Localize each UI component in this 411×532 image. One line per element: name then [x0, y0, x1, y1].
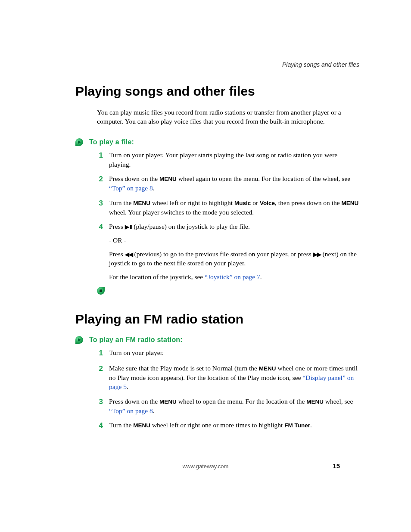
ui-label-menu: MENU [133, 422, 150, 429]
step-number: 2 [97, 174, 103, 193]
step-number: 3 [97, 397, 103, 416]
step-item: 1 Turn on your player. [97, 348, 359, 358]
running-head: Playing songs and other files [282, 61, 359, 68]
step-text: Press down on the MENU wheel to open the… [109, 397, 359, 416]
ui-label-menu: MENU [159, 398, 177, 405]
step-number: 2 [97, 364, 103, 392]
step-number: 4 [97, 222, 103, 281]
page-number: 15 [333, 462, 340, 470]
next-icon: ▶▶ [313, 251, 321, 258]
ui-label-menu: MENU [342, 200, 359, 206]
xref-joystick-page7[interactable]: “Joystick” on page 7 [205, 273, 260, 280]
ui-label-fm-tuner: FM Tuner [284, 422, 310, 429]
section-title-playing-songs: Playing songs and other files [75, 84, 359, 99]
ui-label-menu: MENU [159, 176, 177, 182]
ui-label-menu: MENU [259, 365, 276, 372]
footer-url: www.gateway.com [0, 463, 411, 470]
ui-label-music: Music [234, 200, 251, 206]
step-text: Turn the MENU wheel left or right to hig… [109, 198, 359, 217]
stop-square-icon [97, 287, 105, 295]
step-text: Press ▶ II (play/pause) on the joystick … [109, 222, 359, 281]
play-pause-icon: ▶ II [125, 224, 132, 230]
xref-top-page8[interactable]: “Top” on page 8 [109, 184, 153, 192]
step-item: 1 Turn on your player. Your player start… [97, 150, 359, 169]
procedure-title: To play a file: [89, 138, 134, 146]
step-item: 3 Press down on the MENU wheel to open t… [97, 397, 359, 416]
xref-top-page8[interactable]: “Top” on page 8 [109, 407, 153, 414]
step-item: 4 Turn the MENU wheel left or right one … [97, 420, 359, 431]
step-text: Turn the MENU wheel left or right one or… [109, 420, 359, 431]
ui-label-menu: MENU [306, 398, 324, 405]
step-text: Turn on your player. Your player starts … [109, 150, 359, 169]
svg-marker-1 [78, 338, 81, 342]
ui-label-menu: MENU [133, 200, 150, 206]
svg-marker-0 [78, 140, 81, 144]
step-item: 2 Make sure that the Play mode is set to… [97, 364, 359, 392]
section-title-fm-radio: Playing an FM radio station [75, 312, 359, 327]
step-text: Turn on your player. [109, 348, 359, 358]
ui-label-voice: Voice [260, 200, 275, 206]
step-text: Press down on the MENU wheel again to op… [109, 174, 359, 193]
procedure-title: To play an FM radio station: [89, 336, 183, 344]
step-item: 2 Press down on the MENU wheel again to … [97, 174, 359, 193]
step-number: 4 [97, 420, 103, 431]
intro-paragraph: You can play music files you record from… [97, 108, 359, 126]
step-item: 3 Turn the MENU wheel left or right to h… [97, 198, 359, 217]
step-item: 4 Press ▶ II (play/pause) on the joystic… [97, 222, 359, 281]
step-number: 3 [97, 198, 103, 217]
step-text: Make sure that the Play mode is set to N… [109, 364, 359, 392]
play-triangle-icon [75, 336, 83, 344]
previous-icon: ◀◀ [125, 251, 133, 258]
step-number: 1 [97, 150, 103, 169]
step-number: 1 [97, 348, 103, 358]
play-triangle-icon [75, 138, 83, 146]
